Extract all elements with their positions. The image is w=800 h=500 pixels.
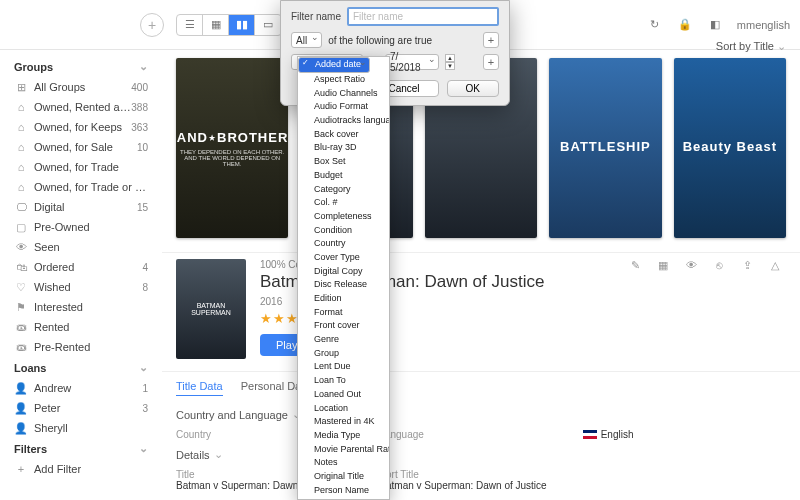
sidebar-group-item[interactable]: 🛍Ordered4	[0, 257, 162, 277]
dropdown-option[interactable]: Format	[298, 306, 389, 320]
warn-icon[interactable]: △	[768, 258, 782, 272]
dropdown-option[interactable]: Front cover	[298, 319, 389, 333]
dropdown-option[interactable]: Audio Format	[298, 100, 389, 114]
section-country-language[interactable]: Country and Language ⌄	[162, 402, 800, 427]
dropdown-option[interactable]: Digital Copy	[298, 265, 389, 279]
view-cover-button[interactable]: ▮▮	[229, 15, 255, 35]
dropdown-option[interactable]: Disc Release	[298, 278, 389, 292]
dropdown-option[interactable]: Movie Parental Rating	[298, 443, 389, 457]
dropdown-option[interactable]: Back cover	[298, 128, 389, 142]
dropdown-option[interactable]: Lent Due	[298, 360, 389, 374]
dropdown-option[interactable]: Condition	[298, 224, 389, 238]
main-content: BAND⋆BROTHERSTHEY DEPENDED ON EACH OTHER…	[162, 50, 800, 500]
dropdown-option[interactable]: Edition	[298, 292, 389, 306]
language-key: Language	[379, 429, 582, 440]
share-icon[interactable]: ⇪	[740, 258, 754, 272]
dropdown-option[interactable]: Genre	[298, 333, 389, 347]
dropdown-option[interactable]: Location	[298, 402, 389, 416]
sidebar-group-item[interactable]: ⌂Owned, for Sale10	[0, 137, 162, 157]
dropdown-option[interactable]: Audio Channels	[298, 87, 389, 101]
groups-header[interactable]: Groups⌄	[0, 56, 162, 77]
sidebar-group-item[interactable]: ⌂Owned, for Trade	[0, 157, 162, 177]
ticket-icon: 🎟	[14, 340, 28, 354]
field-dropdown[interactable]: Added dateAspect RatioAudio ChannelsAudi…	[297, 56, 390, 500]
ticket-icon: 🎟	[14, 320, 28, 334]
add-button[interactable]: +	[140, 13, 164, 37]
match-text: of the following are true	[328, 35, 477, 46]
tab-title-data[interactable]: Title Data	[176, 380, 223, 396]
flag-icon: ⚑	[14, 300, 28, 314]
dropdown-option[interactable]: Loaned Out	[298, 388, 389, 402]
dropdown-option[interactable]: Box Set	[298, 155, 389, 169]
refresh-icon[interactable]: ↻	[647, 17, 663, 33]
filter-name-input[interactable]	[347, 7, 499, 26]
date-input[interactable]: 7/ 5/2018	[385, 54, 439, 70]
sidebar-loan-item[interactable]: 👤Andrew1	[0, 378, 162, 398]
house-icon: ⌂	[14, 160, 28, 174]
view-shelf-button[interactable]: ▭	[255, 15, 281, 35]
cover-item[interactable]: BAND⋆BROTHERSTHEY DEPENDED ON EACH OTHER…	[176, 58, 288, 238]
dropdown-option[interactable]: Country	[298, 237, 389, 251]
eye-icon: 👁	[14, 240, 28, 254]
sidebar-group-item[interactable]: ⚑Interested	[0, 297, 162, 317]
sort-title-key: Sort Title	[379, 469, 582, 480]
filter-name-label: Filter name	[291, 11, 341, 22]
sidebar-group-item[interactable]: ♡Wished8	[0, 277, 162, 297]
sidebar-group-item[interactable]: ⊞All Groups400	[0, 77, 162, 97]
sidebar-group-item[interactable]: 🎟Pre-Rented	[0, 337, 162, 357]
filters-header[interactable]: Filters⌄	[0, 438, 162, 459]
lock-icon[interactable]: 🔒	[677, 17, 693, 33]
dropdown-option[interactable]: Person Name	[298, 484, 389, 498]
dropdown-option[interactable]: Budget	[298, 169, 389, 183]
dropdown-option[interactable]: Mastered in 4K	[298, 415, 389, 429]
cover-item[interactable]: Beauty Beast	[674, 58, 786, 238]
sidebar-group-item[interactable]: ▢Pre-Owned	[0, 217, 162, 237]
view-grid-button[interactable]: ▦	[203, 15, 229, 35]
sidebar-group-item[interactable]: 🖵Digital15	[0, 197, 162, 217]
dropdown-option[interactable]: Blu-ray 3D	[298, 141, 389, 155]
flag-uk-icon	[583, 430, 597, 439]
user-label[interactable]: mmenglish	[737, 19, 790, 31]
view-mode-group: ☰ ▦ ▮▮ ▭	[176, 14, 282, 36]
dropdown-option[interactable]: Audiotracks language	[298, 114, 389, 128]
dropdown-option[interactable]: Aspect Ratio	[298, 73, 389, 87]
sidebar-loan-item[interactable]: 👤Peter3	[0, 398, 162, 418]
dropdown-option[interactable]: Completeness	[298, 210, 389, 224]
item-actions: ✎ ▦ 👁 ⎋ ⇪ △	[628, 258, 782, 272]
dropdown-option[interactable]: Col. #	[298, 196, 389, 210]
sidebar-loan-item[interactable]: 👤Sheryll	[0, 418, 162, 438]
detail-cover[interactable]: BATMANSUPERMAN	[176, 259, 246, 359]
match-all-select[interactable]: All	[291, 32, 322, 48]
dropdown-option[interactable]: Category	[298, 183, 389, 197]
dropdown-option[interactable]: Cover Type	[298, 251, 389, 265]
sidebar-group-item[interactable]: 👁Seen	[0, 237, 162, 257]
dropdown-option[interactable]: Group	[298, 347, 389, 361]
section-details[interactable]: Details ⌄	[162, 442, 800, 467]
ok-button[interactable]: OK	[447, 80, 499, 97]
dropdown-option[interactable]: Notes	[298, 456, 389, 470]
dropdown-option[interactable]: Original Title	[298, 470, 389, 484]
house-icon: ⌂	[14, 100, 28, 114]
view-list-button[interactable]: ☰	[177, 15, 203, 35]
person-icon: 👤	[14, 381, 28, 395]
edit-icon[interactable]: ✎	[628, 258, 642, 272]
add-filter-item[interactable]: + Add Filter	[0, 459, 162, 479]
dropdown-option[interactable]: Added date	[298, 57, 370, 73]
sidebar-group-item[interactable]: ⌂Owned, for Trade or Sale	[0, 177, 162, 197]
scan-icon[interactable]: ▦	[656, 258, 670, 272]
dropdown-option[interactable]: Media Type	[298, 429, 389, 443]
grid-icon: ⊞	[14, 80, 28, 94]
cover-item[interactable]: BATTLESHIP	[549, 58, 661, 238]
person-icon: 👤	[14, 401, 28, 415]
seen-icon[interactable]: 👁	[684, 258, 698, 272]
sidebar-group-item[interactable]: ⌂Owned, Rented and Digital388	[0, 97, 162, 117]
add-condition-button[interactable]: +	[483, 54, 499, 70]
add-rule-button[interactable]: +	[483, 32, 499, 48]
link-icon[interactable]: ⎋	[712, 258, 726, 272]
sidebar-toggle-icon[interactable]: ◧	[707, 17, 723, 33]
dropdown-option[interactable]: Loan To	[298, 374, 389, 388]
sidebar-group-item[interactable]: ⌂Owned, for Keeps363	[0, 117, 162, 137]
loans-header[interactable]: Loans⌄	[0, 357, 162, 378]
sidebar-group-item[interactable]: 🎟Rented	[0, 317, 162, 337]
date-stepper[interactable]: ▲▼	[445, 54, 455, 70]
